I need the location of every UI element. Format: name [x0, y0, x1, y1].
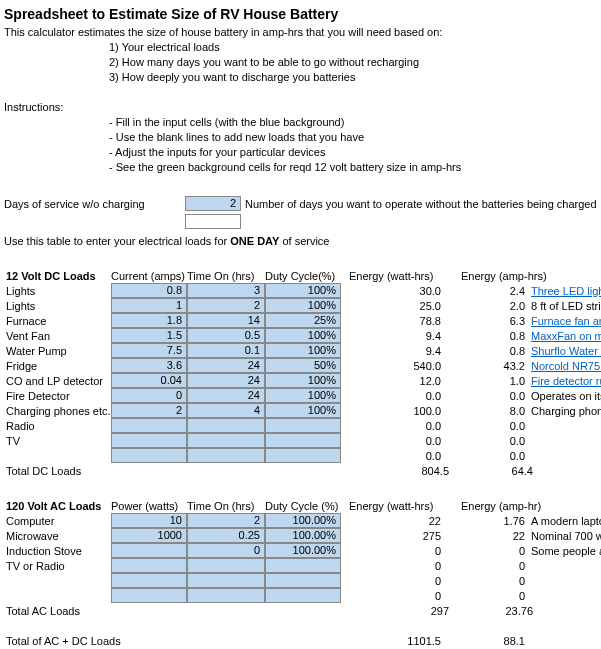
cell-input[interactable]: 3.6: [111, 358, 187, 373]
cell-input[interactable]: [265, 588, 341, 603]
energy-ah: 0.0: [453, 450, 531, 462]
cell-input[interactable]: 100.00%: [265, 543, 341, 558]
cell-input[interactable]: 0.5: [187, 328, 265, 343]
cell-input[interactable]: 4: [187, 403, 265, 418]
table-row: Radio0.00.0: [4, 418, 601, 433]
cell-input[interactable]: [187, 558, 265, 573]
grand-total-label: Total of AC + DC Loads: [4, 635, 126, 647]
energy-ah: 0.0: [453, 435, 531, 447]
intro-item: 2) How many days you want to be able to …: [4, 54, 601, 69]
days-input[interactable]: 2: [185, 196, 241, 211]
cell-input[interactable]: 0.1: [187, 343, 265, 358]
cell-input[interactable]: 50%: [265, 358, 341, 373]
cell-input[interactable]: 24: [187, 388, 265, 403]
note-text: Operates on its own battery: [531, 390, 601, 402]
cell-input[interactable]: 100%: [265, 283, 341, 298]
days-note: Number of days you want to operate witho…: [241, 198, 597, 210]
cell-input[interactable]: [265, 448, 341, 463]
cell-input[interactable]: 14: [187, 313, 265, 328]
cell-input[interactable]: 0: [187, 543, 265, 558]
cell-input[interactable]: 1000: [111, 528, 187, 543]
cell-input[interactable]: 100%: [265, 328, 341, 343]
energy-ah: 0.0: [453, 420, 531, 432]
cell-input[interactable]: [111, 418, 187, 433]
intro-text: This calculator estimates the size of ho…: [4, 26, 442, 38]
cell-input[interactable]: 25%: [265, 313, 341, 328]
note-link[interactable]: Fire detector runs on its own batt: [531, 375, 601, 387]
energy-wh: 0: [341, 590, 453, 602]
table-row: TV or Radio00: [4, 558, 601, 573]
cell-input[interactable]: [265, 573, 341, 588]
energy-wh: 540.0: [341, 360, 453, 372]
dc-total-label: Total DC Loads: [4, 465, 111, 477]
cell-input[interactable]: [187, 573, 265, 588]
cell-input[interactable]: [111, 543, 187, 558]
cell-input[interactable]: [265, 433, 341, 448]
cell-input[interactable]: 24: [187, 358, 265, 373]
cell-input[interactable]: 7.5: [111, 343, 187, 358]
cell-input[interactable]: 0.8: [111, 283, 187, 298]
load-name: Radio: [4, 420, 111, 432]
ac-total-ah: 23.76: [461, 605, 539, 617]
cell-input[interactable]: [187, 588, 265, 603]
cell-input[interactable]: 100%: [265, 388, 341, 403]
cell-input[interactable]: [111, 448, 187, 463]
col-duty-ac: Duty Cycle (%): [265, 500, 349, 512]
cell-input[interactable]: 1.5: [111, 328, 187, 343]
load-name: Computer: [4, 515, 111, 527]
empty-input[interactable]: [185, 214, 241, 229]
grand-total-ah: 88.1: [453, 635, 531, 647]
cell-input[interactable]: [111, 588, 187, 603]
energy-ah: 2.4: [453, 285, 531, 297]
cell-input[interactable]: 24: [187, 373, 265, 388]
energy-wh: 30.0: [341, 285, 453, 297]
cell-input[interactable]: 1.8: [111, 313, 187, 328]
days-label: Days of service w/o charging: [4, 198, 145, 210]
cell-input[interactable]: 1: [111, 298, 187, 313]
use-table-text: Use this table to enter your electrical …: [4, 235, 329, 247]
cell-input[interactable]: [265, 558, 341, 573]
cell-input[interactable]: 0: [111, 388, 187, 403]
col-time: Time On (hrs): [187, 270, 265, 282]
cell-input[interactable]: 2: [187, 513, 265, 528]
cell-input[interactable]: 2: [111, 403, 187, 418]
cell-input[interactable]: 100%: [265, 373, 341, 388]
energy-ah: 0: [453, 545, 531, 557]
col-energy-wh: Energy (watt-hrs): [349, 270, 461, 282]
cell-input[interactable]: [265, 418, 341, 433]
cell-input[interactable]: 3: [187, 283, 265, 298]
cell-input[interactable]: 100%: [265, 403, 341, 418]
note-link[interactable]: Furnace fan and electronics for At: [531, 315, 601, 327]
cell-input[interactable]: 0.04: [111, 373, 187, 388]
load-name: TV: [4, 435, 111, 447]
cell-input[interactable]: [187, 418, 265, 433]
energy-ah: 0: [453, 560, 531, 572]
cell-input[interactable]: 100.00%: [265, 513, 341, 528]
note-link[interactable]: MaxxFan on medium speed (It wi: [531, 330, 601, 342]
load-name: Induction Stove: [4, 545, 111, 557]
cell-input[interactable]: [111, 558, 187, 573]
cell-input[interactable]: [187, 448, 265, 463]
cell-input[interactable]: 100.00%: [265, 528, 341, 543]
energy-ah: 2.0: [453, 300, 531, 312]
cell-input[interactable]: 2: [187, 298, 265, 313]
energy-wh: 0.0: [341, 435, 453, 447]
energy-wh: 9.4: [341, 330, 453, 342]
grand-total-wh: 1101.5: [341, 635, 453, 647]
energy-ah: 6.3: [453, 315, 531, 327]
cell-input[interactable]: [111, 573, 187, 588]
cell-input[interactable]: 100%: [265, 343, 341, 358]
note-link[interactable]: Three LED lights at 3.1 watts each: [531, 285, 601, 297]
cell-input[interactable]: 100%: [265, 298, 341, 313]
cell-input[interactable]: [111, 433, 187, 448]
energy-wh: 0: [341, 545, 453, 557]
load-name: CO and LP detector: [4, 375, 111, 387]
instruction-item: - See the green background cells for req…: [4, 159, 601, 174]
col-energy-ah: Energy (amp-hrs): [461, 270, 557, 282]
cell-input[interactable]: 0.25: [187, 528, 265, 543]
cell-input[interactable]: 10: [111, 513, 187, 528]
instruction-item: - Use the blank lines to add new loads t…: [4, 129, 601, 144]
note-link[interactable]: Shurflo Water pump: [531, 345, 601, 357]
cell-input[interactable]: [187, 433, 265, 448]
note-link[interactable]: Norcold NR751 (Danfoss compres: [531, 360, 601, 372]
